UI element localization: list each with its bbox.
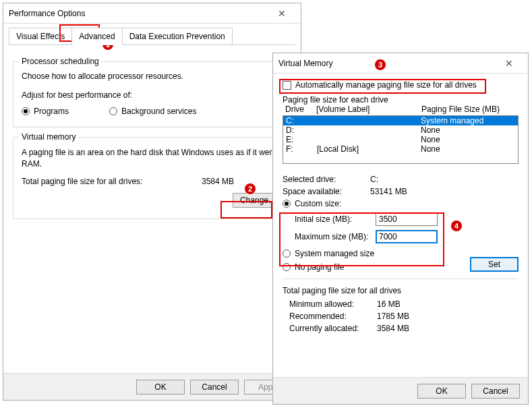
cancel-button[interactable]: Cancel — [190, 380, 239, 395]
radio-programs[interactable]: Programs — [22, 107, 69, 116]
radio-icon — [283, 263, 291, 271]
radio-icon — [22, 107, 30, 115]
system-managed-label: System managed size — [295, 249, 374, 258]
proc-legend: Processor scheduling — [19, 57, 102, 66]
currently-allocated-label: Currently allocated: — [289, 324, 377, 333]
virtual-memory-dialog: Virtual Memory ✕ Automatically manage pa… — [272, 53, 529, 405]
proc-adjust: Adjust for best performance of: — [22, 90, 283, 100]
virtual-memory-group: Virtual memory A paging file is an area … — [13, 137, 291, 219]
cancel-button[interactable]: Cancel — [471, 384, 520, 399]
space-available-label: Space available: — [283, 187, 370, 196]
radio-icon — [283, 250, 291, 258]
recommended-label: Recommended: — [289, 312, 377, 321]
vmem-title: Virtual Memory — [278, 59, 496, 68]
maximum-size-label: Maximum size (MB): — [295, 232, 376, 241]
list-item[interactable]: C: System managed — [283, 116, 518, 125]
vmem-titlebar: Virtual Memory ✕ — [273, 53, 528, 74]
selected-drive-value: C: — [370, 175, 378, 184]
drive-list-header: Drive [Volume Label] Paging File Size (M… — [283, 105, 519, 114]
radio-system-managed[interactable]: System managed size — [283, 249, 470, 258]
vm-desc: A paging file is an area on the hard dis… — [22, 147, 283, 170]
radio-no-paging[interactable]: No paging file — [283, 262, 470, 272]
space-available-value: 53141 MB — [370, 187, 407, 196]
close-icon[interactable]: ✕ — [496, 55, 523, 72]
pfs-legend: Paging file size for each drive — [283, 95, 519, 105]
perf-tabs: Visual Effects Advanced Data Execution P… — [9, 28, 295, 45]
vm-legend: Virtual memory — [19, 132, 78, 142]
min-allowed-label: Minimum allowed: — [289, 299, 377, 309]
perf-title: Performance Options — [9, 9, 268, 18]
auto-manage-label: Automatically manage paging file size fo… — [295, 80, 477, 90]
total-pfs-legend: Total paging file size for all drives — [283, 286, 519, 295]
radio-bg-label: Background services — [121, 107, 196, 116]
processor-scheduling-group: Processor scheduling Choose how to alloc… — [13, 61, 291, 127]
radio-custom-size[interactable]: Custom size: — [283, 199, 519, 208]
radio-programs-label: Programs — [34, 107, 69, 116]
no-paging-label: No paging file — [295, 262, 344, 272]
drive-listbox[interactable]: C: System managed D: None E: None F: [Lo… — [283, 115, 519, 164]
list-item[interactable]: F: [Local Disk] None — [283, 144, 518, 154]
perf-titlebar: Performance Options ✕ — [3, 3, 301, 24]
list-item[interactable]: E: None — [283, 135, 518, 144]
radio-icon — [283, 200, 291, 208]
perf-bottom-bar: OK Cancel Apply — [3, 373, 301, 400]
radio-icon — [109, 107, 117, 115]
vm-total-label: Total paging file size for all drives: — [22, 177, 202, 186]
checkbox-icon — [283, 81, 291, 90]
recommended-value: 1785 MB — [377, 312, 409, 321]
tab-visual-effects[interactable]: Visual Effects — [9, 28, 72, 45]
tab-advanced[interactable]: Advanced — [71, 28, 122, 45]
initial-size-input[interactable] — [376, 212, 438, 226]
vmem-bottom-bar: OK Cancel — [273, 377, 528, 404]
min-allowed-value: 16 MB — [377, 299, 401, 309]
initial-size-label: Initial size (MB): — [295, 214, 376, 224]
currently-allocated-value: 3584 MB — [377, 324, 409, 333]
list-item[interactable]: D: None — [283, 125, 518, 135]
selected-drive-label: Selected drive: — [283, 175, 370, 184]
hdr-label: [Volume Label] — [316, 105, 421, 114]
auto-manage-checkbox[interactable]: Automatically manage paging file size fo… — [283, 80, 519, 90]
hdr-pfs: Paging File Size (MB) — [421, 105, 516, 114]
performance-options-dialog: Performance Options ✕ Visual Effects Adv… — [3, 3, 301, 401]
ok-button[interactable]: OK — [417, 384, 466, 399]
maximum-size-input[interactable] — [376, 230, 438, 243]
proc-desc: Choose how to allocate processor resourc… — [22, 71, 283, 81]
ok-button[interactable]: OK — [136, 380, 185, 395]
set-button[interactable]: Set — [470, 257, 519, 272]
hdr-drive: Drive — [285, 105, 316, 114]
tab-dep[interactable]: Data Execution Prevention — [122, 28, 233, 45]
vm-total-value: 3584 MB — [202, 177, 283, 186]
custom-size-label: Custom size: — [295, 199, 341, 208]
close-icon[interactable]: ✕ — [268, 5, 295, 22]
radio-background-services[interactable]: Background services — [109, 107, 196, 116]
